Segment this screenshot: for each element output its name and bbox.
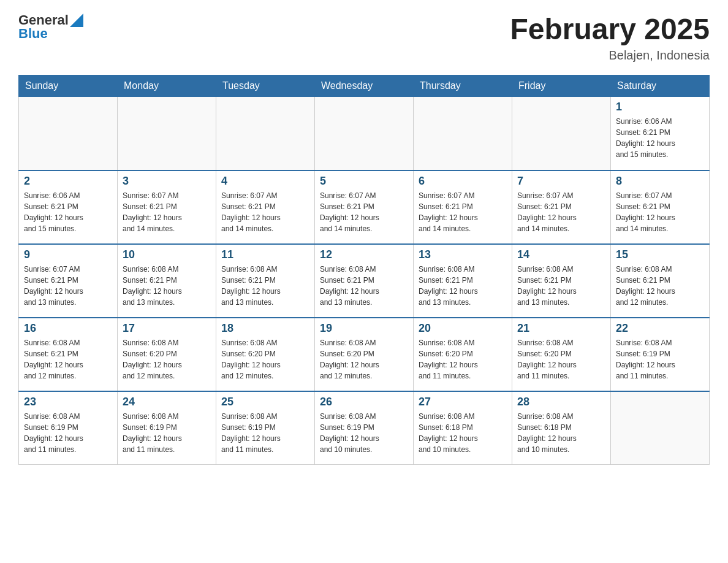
day-number: 9 (24, 248, 112, 261)
header-thursday: Thursday (414, 75, 512, 97)
page-header: General Blue February 2025 Belajen, Indo… (18, 12, 710, 63)
day-info: Sunrise: 6:08 AM Sunset: 6:20 PM Dayligh… (517, 337, 605, 381)
day-info: Sunrise: 6:07 AM Sunset: 6:21 PM Dayligh… (24, 264, 112, 308)
table-row: 22Sunrise: 6:08 AM Sunset: 6:19 PM Dayli… (611, 318, 710, 391)
day-info: Sunrise: 6:08 AM Sunset: 6:21 PM Dayligh… (517, 264, 605, 308)
day-info: Sunrise: 6:07 AM Sunset: 6:21 PM Dayligh… (517, 190, 605, 234)
day-number: 21 (517, 322, 605, 335)
table-row (414, 97, 512, 170)
day-number: 25 (221, 396, 309, 408)
calendar-week-row: 1Sunrise: 6:06 AM Sunset: 6:21 PM Daylig… (19, 97, 710, 170)
day-number: 26 (320, 396, 408, 408)
table-row: 13Sunrise: 6:08 AM Sunset: 6:21 PM Dayli… (414, 244, 512, 318)
table-row: 14Sunrise: 6:08 AM Sunset: 6:21 PM Dayli… (512, 244, 611, 318)
header-saturday: Saturday (611, 75, 710, 97)
month-title: February 2025 (510, 12, 710, 46)
day-info: Sunrise: 6:08 AM Sunset: 6:20 PM Dayligh… (221, 337, 309, 381)
day-number: 7 (517, 175, 605, 188)
table-row: 11Sunrise: 6:08 AM Sunset: 6:21 PM Dayli… (216, 244, 315, 318)
table-row: 19Sunrise: 6:08 AM Sunset: 6:20 PM Dayli… (315, 318, 414, 391)
day-number: 24 (123, 396, 211, 408)
day-number: 19 (320, 322, 408, 335)
table-row: 25Sunrise: 6:08 AM Sunset: 6:19 PM Dayli… (216, 391, 315, 465)
svg-marker-0 (70, 13, 83, 27)
day-number: 28 (517, 396, 605, 408)
table-row (611, 391, 710, 465)
day-number: 13 (419, 248, 507, 261)
table-row: 20Sunrise: 6:08 AM Sunset: 6:20 PM Dayli… (414, 318, 512, 391)
day-info: Sunrise: 6:08 AM Sunset: 6:21 PM Dayligh… (123, 264, 211, 308)
table-row: 1Sunrise: 6:06 AM Sunset: 6:21 PM Daylig… (611, 97, 710, 170)
day-info: Sunrise: 6:08 AM Sunset: 6:20 PM Dayligh… (419, 337, 507, 381)
logo-blue-text: Blue (18, 26, 83, 42)
table-row (315, 97, 414, 170)
table-row: 26Sunrise: 6:08 AM Sunset: 6:19 PM Dayli… (315, 391, 414, 465)
day-info: Sunrise: 6:06 AM Sunset: 6:21 PM Dayligh… (616, 116, 704, 160)
day-info: Sunrise: 6:06 AM Sunset: 6:21 PM Dayligh… (24, 190, 112, 234)
table-row: 28Sunrise: 6:08 AM Sunset: 6:18 PM Dayli… (512, 391, 611, 465)
table-row: 24Sunrise: 6:08 AM Sunset: 6:19 PM Dayli… (118, 391, 216, 465)
day-number: 20 (419, 322, 507, 335)
day-info: Sunrise: 6:08 AM Sunset: 6:19 PM Dayligh… (616, 337, 704, 381)
day-info: Sunrise: 6:07 AM Sunset: 6:21 PM Dayligh… (123, 190, 211, 234)
day-info: Sunrise: 6:08 AM Sunset: 6:19 PM Dayligh… (221, 411, 309, 455)
table-row: 21Sunrise: 6:08 AM Sunset: 6:20 PM Dayli… (512, 318, 611, 391)
header-tuesday: Tuesday (216, 75, 315, 97)
table-row: 6Sunrise: 6:07 AM Sunset: 6:21 PM Daylig… (414, 170, 512, 244)
day-number: 11 (221, 248, 309, 261)
logo-triangle-icon (70, 13, 83, 27)
day-number: 22 (616, 322, 704, 335)
header-sunday: Sunday (19, 75, 118, 97)
day-info: Sunrise: 6:08 AM Sunset: 6:20 PM Dayligh… (123, 337, 211, 381)
table-row (19, 97, 118, 170)
table-row: 16Sunrise: 6:08 AM Sunset: 6:21 PM Dayli… (19, 318, 118, 391)
logo: General Blue (18, 12, 83, 42)
day-info: Sunrise: 6:07 AM Sunset: 6:21 PM Dayligh… (419, 190, 507, 234)
day-number: 17 (123, 322, 211, 335)
day-info: Sunrise: 6:07 AM Sunset: 6:21 PM Dayligh… (320, 190, 408, 234)
table-row: 15Sunrise: 6:08 AM Sunset: 6:21 PM Dayli… (611, 244, 710, 318)
title-block: February 2025 Belajen, Indonesia (510, 12, 710, 63)
day-info: Sunrise: 6:08 AM Sunset: 6:19 PM Dayligh… (320, 411, 408, 455)
weekday-header-row: Sunday Monday Tuesday Wednesday Thursday… (19, 75, 710, 97)
day-info: Sunrise: 6:08 AM Sunset: 6:21 PM Dayligh… (24, 337, 112, 381)
header-friday: Friday (512, 75, 611, 97)
calendar-week-row: 9Sunrise: 6:07 AM Sunset: 6:21 PM Daylig… (19, 244, 710, 318)
table-row: 4Sunrise: 6:07 AM Sunset: 6:21 PM Daylig… (216, 170, 315, 244)
calendar-table: Sunday Monday Tuesday Wednesday Thursday… (18, 75, 710, 465)
calendar-week-row: 23Sunrise: 6:08 AM Sunset: 6:19 PM Dayli… (19, 391, 710, 465)
day-info: Sunrise: 6:08 AM Sunset: 6:18 PM Dayligh… (517, 411, 605, 455)
day-number: 18 (221, 322, 309, 335)
table-row: 18Sunrise: 6:08 AM Sunset: 6:20 PM Dayli… (216, 318, 315, 391)
table-row: 17Sunrise: 6:08 AM Sunset: 6:20 PM Dayli… (118, 318, 216, 391)
day-number: 14 (517, 248, 605, 261)
day-number: 5 (320, 175, 408, 188)
day-number: 2 (24, 175, 112, 188)
day-number: 8 (616, 175, 704, 188)
day-number: 12 (320, 248, 408, 261)
day-number: 15 (616, 248, 704, 261)
day-number: 27 (419, 396, 507, 408)
day-number: 3 (123, 175, 211, 188)
day-info: Sunrise: 6:08 AM Sunset: 6:19 PM Dayligh… (123, 411, 211, 455)
table-row: 7Sunrise: 6:07 AM Sunset: 6:21 PM Daylig… (512, 170, 611, 244)
day-info: Sunrise: 6:08 AM Sunset: 6:21 PM Dayligh… (616, 264, 704, 308)
day-info: Sunrise: 6:08 AM Sunset: 6:19 PM Dayligh… (24, 411, 112, 455)
day-number: 1 (616, 101, 704, 113)
table-row: 2Sunrise: 6:06 AM Sunset: 6:21 PM Daylig… (19, 170, 118, 244)
header-monday: Monday (118, 75, 216, 97)
table-row (216, 97, 315, 170)
table-row: 23Sunrise: 6:08 AM Sunset: 6:19 PM Dayli… (19, 391, 118, 465)
day-info: Sunrise: 6:07 AM Sunset: 6:21 PM Dayligh… (616, 190, 704, 234)
location: Belajen, Indonesia (510, 48, 710, 63)
table-row (512, 97, 611, 170)
table-row: 9Sunrise: 6:07 AM Sunset: 6:21 PM Daylig… (19, 244, 118, 318)
header-wednesday: Wednesday (315, 75, 414, 97)
day-number: 16 (24, 322, 112, 335)
table-row: 10Sunrise: 6:08 AM Sunset: 6:21 PM Dayli… (118, 244, 216, 318)
day-info: Sunrise: 6:08 AM Sunset: 6:18 PM Dayligh… (419, 411, 507, 455)
calendar-week-row: 16Sunrise: 6:08 AM Sunset: 6:21 PM Dayli… (19, 318, 710, 391)
table-row: 3Sunrise: 6:07 AM Sunset: 6:21 PM Daylig… (118, 170, 216, 244)
day-info: Sunrise: 6:08 AM Sunset: 6:21 PM Dayligh… (320, 264, 408, 308)
table-row: 27Sunrise: 6:08 AM Sunset: 6:18 PM Dayli… (414, 391, 512, 465)
